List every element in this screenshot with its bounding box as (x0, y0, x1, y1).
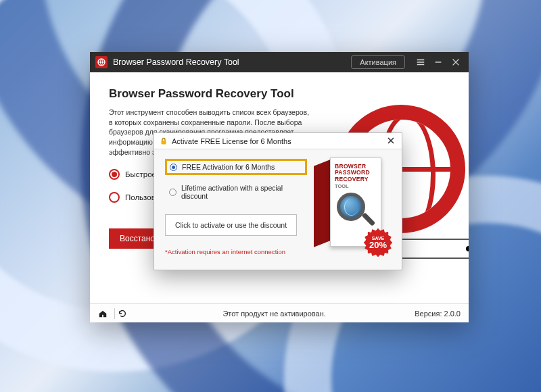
discount-badge: SAVE 20% (364, 228, 392, 257)
titlebar: Browser Password Recovery Tool Активация (90, 52, 469, 72)
box-text-3: RECOVERY (335, 176, 377, 182)
menu-button[interactable] (412, 52, 429, 72)
radio-unselected-icon (109, 192, 120, 203)
version-label: Версия: 2.0.0 (415, 310, 461, 318)
option-lifetime-activation[interactable]: Lifetime activation with a special disco… (165, 180, 307, 203)
window-title: Browser Password Recovery Tool (113, 57, 239, 67)
option-free-activation[interactable]: FREE Activation for 6 Months (165, 159, 307, 175)
app-icon (95, 56, 108, 68)
desktop-wallpaper: Browser Password Recovery Tool Активация… (0, 0, 541, 392)
home-icon (98, 309, 108, 318)
bottom-bar: Этот продукт не активирован. Версия: 2.0… (90, 303, 469, 322)
dialog-note: *Activation requires an internet connect… (165, 248, 307, 255)
radio-selected-icon (170, 164, 177, 171)
home-button[interactable] (98, 309, 108, 318)
minimize-button[interactable] (429, 52, 447, 72)
product-box-illustration: BROWSER PASSWORD RECOVERY TOOL SAVE 20% (314, 149, 402, 270)
radio-unselected-icon (169, 189, 177, 196)
dialog-close-button[interactable] (384, 137, 398, 146)
option-free-label: FREE Activation for 6 Months (182, 163, 275, 171)
dialog-title: Activate FREE License for 6 Months (172, 137, 384, 145)
dialog-titlebar: Activate FREE License for 6 Months (154, 133, 402, 149)
badge-pct: 20% (369, 241, 387, 249)
option-lifetime-label: Lifetime activation with a special disco… (181, 184, 303, 200)
close-button[interactable] (447, 52, 465, 72)
close-icon (387, 137, 395, 145)
refresh-icon (118, 309, 127, 318)
activate-cta-button[interactable]: Click to activate or use the discount (165, 214, 297, 236)
activation-status: Этот продукт не активирован. (134, 310, 415, 318)
activate-button[interactable]: Активация (351, 55, 405, 69)
lock-icon (160, 137, 168, 145)
refresh-button[interactable] (118, 309, 127, 318)
activation-dialog: Activate FREE License for 6 Months FREE … (154, 132, 402, 270)
radio-selected-icon (109, 169, 120, 180)
box-text-4: TOOL (335, 183, 377, 189)
svg-rect-1 (162, 141, 166, 145)
magnifier-icon (337, 193, 375, 230)
